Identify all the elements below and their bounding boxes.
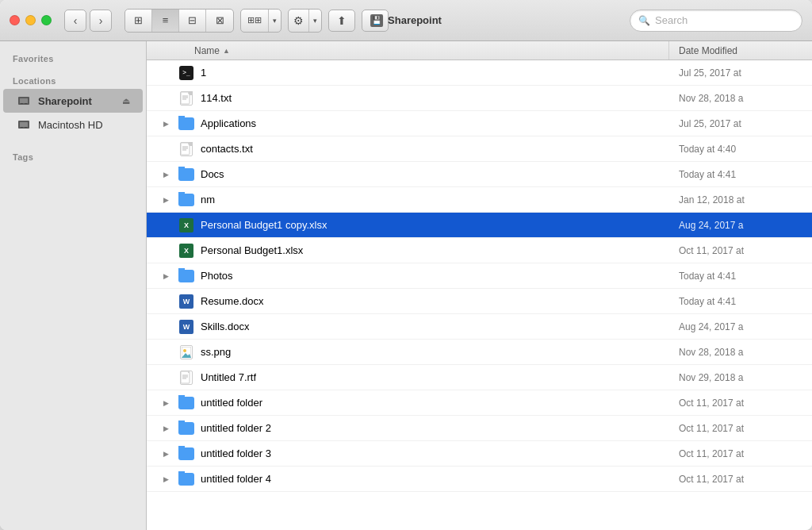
sort-arrow: ▲ (223, 47, 230, 55)
name-column-header[interactable]: Name ▲ (147, 41, 669, 60)
gear-dropdown[interactable]: ▾ (309, 10, 321, 32)
eject-icon[interactable]: ⏏ (122, 96, 130, 106)
file-icon (178, 395, 194, 411)
table-row[interactable]: ▶ untitled folder Oct 11, 2017 at (147, 390, 812, 416)
file-row-name: ▶ untitled folder 3 (147, 446, 669, 462)
file-row-name: ▶ contacts.txt (147, 141, 669, 157)
view-cover-button[interactable]: ⊠ (206, 10, 233, 32)
table-row[interactable]: ▶ untitled folder 4 Oct 11, 2017 at (147, 467, 812, 492)
view-icon-button[interactable]: ⊞ (125, 10, 152, 32)
sharepoint-disk-icon (16, 93, 32, 109)
view-squares-dropdown[interactable]: ▾ (269, 10, 281, 32)
expand-arrow[interactable]: ▶ (159, 473, 172, 486)
folder-icon (178, 447, 194, 460)
expand-arrow-placeholder: ▶ (159, 219, 172, 232)
gear-button[interactable]: ⚙ (289, 10, 309, 32)
table-row[interactable]: ▶ untitled folder 3 Oct 11, 2017 at (147, 441, 812, 467)
expand-arrow[interactable]: ▶ (159, 422, 172, 435)
gear-dropdown-icon: ▾ (313, 17, 317, 25)
file-row-name: ▶ W Resume.docx (147, 294, 669, 309)
table-row[interactable]: ▶ Photos Today at 4:41 (147, 263, 812, 289)
file-name: nm (201, 194, 215, 205)
dropdown-icon: ▾ (273, 17, 277, 25)
table-row[interactable]: ▶ contacts.txt Today at 4:40 (147, 136, 812, 162)
title-disk-icon: 💾 (370, 14, 383, 27)
minimize-button[interactable] (25, 15, 36, 25)
file-name: Personal Budget1.xlsx (201, 244, 303, 256)
expand-arrow[interactable]: ▶ (159, 194, 172, 206)
expand-arrow[interactable]: ▶ (159, 117, 172, 130)
columns-icon: ⊟ (188, 14, 197, 26)
file-row-name: ▶ X Personal Budget1 copy.xlsx (147, 217, 669, 233)
sidebar-item-sharepoint[interactable]: Sharepoint ⏏ (3, 89, 143, 113)
file-row-name: ▶ 114.txt (147, 90, 669, 106)
table-row[interactable]: ▶ ss.png Nov 28, 2018 a (147, 340, 812, 365)
locations-label: Locations (0, 73, 146, 89)
folder-icon (178, 270, 194, 282)
view-columns-button[interactable]: ⊟ (179, 10, 206, 32)
traffic-lights (10, 15, 52, 25)
file-name: untitled folder (201, 397, 262, 409)
file-icon (178, 90, 194, 106)
file-name: ss.png (201, 346, 231, 358)
expand-arrow[interactable]: ▶ (159, 270, 172, 282)
file-name: Resume.docx (201, 295, 263, 307)
file-list: ▶ >_ 1 Jul 25, 2017 at ▶ 114.txt Nov 28, (147, 60, 812, 530)
table-row[interactable]: ▶ Docs Today at 4:41 (147, 162, 812, 187)
macintosh-hd-label: Macintosh HD (38, 119, 103, 131)
xlsx-icon: X (179, 218, 193, 232)
grid-icon: ⊞ (134, 14, 143, 26)
forward-button[interactable]: › (90, 10, 112, 32)
view-squares-button[interactable]: ⊞⊞ (241, 10, 269, 32)
file-row-name: ▶ W Skills.docx (147, 319, 669, 335)
file-icon (178, 446, 194, 462)
file-row-name: ▶ untitled folder (147, 395, 669, 411)
sidebar-item-macintosh-hd[interactable]: Macintosh HD (3, 113, 143, 136)
expand-arrow[interactable]: ▶ (159, 447, 172, 460)
table-row[interactable]: ▶ 114.txt Nov 28, 2018 a (147, 86, 812, 111)
close-button[interactable] (10, 15, 20, 25)
list-icon: ≡ (163, 14, 169, 26)
file-icon: >_ (178, 65, 194, 81)
favorites-label: Favorites (0, 51, 146, 67)
file-date: Jul 25, 2017 at (669, 118, 812, 129)
file-icon (178, 141, 194, 157)
file-row-name: ▶ untitled folder 2 (147, 421, 669, 436)
table-row[interactable]: ▶ W Skills.docx Aug 24, 2017 a (147, 314, 812, 340)
table-row[interactable]: ▶ Untitled 7.rtf Nov 29, 2018 a (147, 365, 812, 390)
view-list-button[interactable]: ≡ (152, 10, 179, 32)
svg-marker-9 (188, 92, 190, 94)
titlebar: ‹ › ⊞ ≡ ⊟ ⊠ (0, 0, 812, 41)
sharepoint-label: Sharepoint (38, 95, 92, 107)
txt-icon (180, 142, 193, 156)
file-date: Jan 12, 2018 at (669, 194, 812, 205)
file-icon (178, 370, 194, 386)
rtf-icon (180, 371, 193, 385)
fullscreen-button[interactable] (41, 15, 52, 25)
date-column-header[interactable]: Date Modified (669, 41, 812, 60)
cover-icon: ⊠ (216, 14, 224, 26)
search-box[interactable]: 🔍 Search (630, 10, 802, 32)
table-row[interactable]: ▶ X Personal Budget1 copy.xlsx Aug 24, 2… (147, 213, 812, 238)
file-date: Oct 11, 2017 at (669, 448, 812, 459)
file-name: untitled folder 4 (201, 473, 271, 485)
expand-arrow[interactable]: ▶ (159, 397, 172, 409)
file-icon (178, 344, 194, 360)
table-row[interactable]: ▶ Applications Jul 25, 2017 at (147, 111, 812, 136)
expand-arrow[interactable]: ▶ (159, 168, 172, 181)
file-row-name: ▶ Docs (147, 167, 669, 182)
back-button[interactable]: ‹ (64, 10, 86, 32)
file-name: contacts.txt (201, 143, 253, 155)
table-row[interactable]: ▶ X Personal Budget1.xlsx Oct 11, 2017 a… (147, 238, 812, 263)
folder-icon (178, 194, 194, 206)
table-row[interactable]: ▶ >_ 1 Jul 25, 2017 at (147, 60, 812, 86)
folder-icon (178, 422, 194, 435)
table-row[interactable]: ▶ W Resume.docx Today at 4:41 (147, 289, 812, 314)
file-row-name: ▶ Photos (147, 268, 669, 284)
svg-rect-1 (20, 98, 28, 103)
table-row[interactable]: ▶ nm Jan 12, 2018 at (147, 187, 812, 213)
file-row-name: ▶ ss.png (147, 344, 669, 360)
file-row-name: ▶ untitled folder 4 (147, 471, 669, 487)
share-button[interactable]: ⬆ (328, 10, 355, 32)
table-row[interactable]: ▶ untitled folder 2 Oct 11, 2017 at (147, 416, 812, 441)
